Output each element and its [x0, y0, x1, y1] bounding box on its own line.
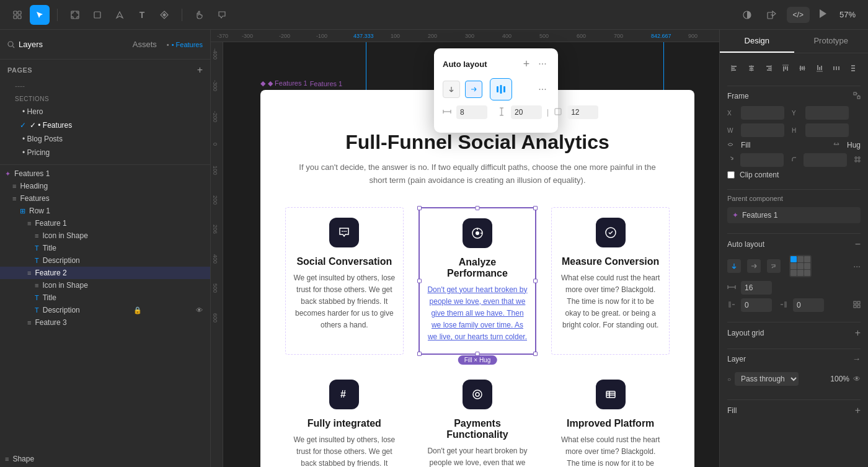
align-top-btn[interactable]: [778, 61, 792, 76]
page-pricing[interactable]: • Pricing: [7, 146, 203, 159]
svg-rect-56: [785, 66, 786, 69]
pen-tool-btn[interactable]: [110, 5, 130, 25]
feature-card-1[interactable]: Social Conversation We get insulted by o…: [285, 207, 404, 355]
page-divider[interactable]: ----: [7, 79, 203, 93]
comment-tool-btn[interactable]: [212, 5, 232, 25]
layer-features-group[interactable]: ≡ Features: [0, 192, 210, 205]
add-fill-btn[interactable]: +: [855, 405, 861, 416]
al-grid-mc[interactable]: [797, 263, 804, 269]
frame-resize-btn[interactable]: [853, 91, 861, 101]
layer-title1[interactable]: T Title: [0, 242, 210, 254]
fill-dropdown[interactable]: Fill: [741, 141, 750, 149]
al-expand-btn[interactable]: [853, 301, 861, 310]
popup-more-btn[interactable]: ···: [536, 57, 549, 71]
visibility-toggle-btn[interactable]: 👁: [853, 375, 861, 383]
zoom-level-btn[interactable]: 57%: [835, 7, 861, 22]
al-pad-right-input[interactable]: 0: [793, 298, 824, 312]
component-tool-btn[interactable]: [154, 5, 174, 25]
h-input[interactable]: 206: [805, 123, 849, 137]
page-features[interactable]: ✓ ✓ • Features: [7, 118, 203, 132]
theme-toggle-btn[interactable]: [737, 5, 757, 25]
align-bottom-btn[interactable]: [812, 61, 826, 76]
layer-desc1[interactable]: T Description: [0, 254, 210, 267]
clip-content-checkbox[interactable]: [727, 171, 735, 179]
align-center-h-btn[interactable]: [744, 61, 758, 76]
al-grid-bc[interactable]: [797, 270, 804, 276]
direction-right-btn[interactable]: [465, 81, 482, 98]
share-btn[interactable]: [762, 5, 782, 25]
frame-tool-btn[interactable]: [65, 5, 85, 25]
feature-card-4[interactable]: # Fully integrated We get insulted by ot…: [285, 370, 404, 467]
layer-desc2[interactable]: T Description 🔒 👁: [0, 304, 210, 316]
page-hero[interactable]: • Hero: [7, 105, 203, 118]
distribute-h-btn[interactable]: [829, 61, 843, 76]
popup-add-btn[interactable]: +: [520, 57, 533, 71]
distribute-v-btn[interactable]: [846, 61, 861, 76]
code-view-btn[interactable]: </>: [787, 7, 810, 23]
align-left-btn[interactable]: [727, 61, 742, 76]
layer-row1[interactable]: ⊞ Row 1: [0, 205, 210, 217]
pad-input[interactable]: 12: [567, 105, 598, 119]
parent-comp-row[interactable]: ✦ Features 1: [727, 207, 861, 223]
al-spacing-input[interactable]: 16: [741, 281, 772, 295]
x-input[interactable]: 437.33: [741, 106, 784, 120]
popup-align-more[interactable]: ···: [536, 82, 549, 96]
individual-corners-btn[interactable]: [854, 156, 861, 164]
align-icon-active[interactable]: [490, 78, 512, 100]
layer-icon-in-shape2[interactable]: ≡ Icon in Shape: [0, 279, 210, 291]
align-center-v-btn[interactable]: [795, 61, 810, 76]
features-frame[interactable]: CO-WORKING Full-Funnel Social Analytics …: [260, 90, 694, 467]
al-grid-bl[interactable]: [790, 270, 797, 276]
al-grid-tl[interactable]: [790, 256, 797, 262]
layer-shape[interactable]: ≡ Shape: [0, 453, 210, 465]
layer-feature3[interactable]: ≡ Feature 3: [0, 316, 210, 329]
al-wrap-btn[interactable]: [767, 259, 781, 273]
al-grid-mr[interactable]: [804, 263, 810, 269]
tab-design[interactable]: Design: [720, 30, 794, 53]
add-page-btn[interactable]: +: [197, 64, 203, 76]
feature-card-3[interactable]: Measure Conversion What else could rust …: [551, 207, 670, 355]
hug-dropdown[interactable]: Hug: [847, 141, 861, 149]
al-grid-br[interactable]: [804, 270, 810, 276]
al-remove-btn[interactable]: −: [855, 239, 861, 250]
rotation-input[interactable]: 0°: [740, 153, 784, 167]
align-right-btn[interactable]: [761, 61, 776, 76]
gap-v-input[interactable]: 20: [511, 105, 542, 119]
blend-mode-select[interactable]: Pass through: [735, 372, 799, 386]
w-input[interactable]: 405.33: [741, 123, 784, 137]
layer-heading[interactable]: ≡ Heading: [0, 180, 210, 192]
hand-tool-btn[interactable]: [190, 5, 210, 25]
layer-feature2[interactable]: ≡ Feature 2: [0, 267, 210, 279]
layer-title2[interactable]: T Title: [0, 291, 210, 304]
canvas-area[interactable]: -370 -300 -200 -100 437.333 100 200 300 …: [211, 30, 719, 467]
text-tool-btn[interactable]: T: [132, 5, 152, 25]
al-grid-tr[interactable]: [804, 256, 810, 262]
direction-down-btn[interactable]: [443, 81, 460, 98]
layer-arrow-btn[interactable]: →: [852, 354, 861, 363]
feature-card-5[interactable]: Payments Functionality Don't get your he…: [418, 370, 537, 467]
corner-radius-input[interactable]: 0: [804, 153, 847, 167]
gap-h-input[interactable]: 8: [456, 105, 487, 119]
grid-tool-btn[interactable]: [7, 5, 27, 25]
feature-card-2[interactable]: Analyze Performance Don't get your heart…: [418, 207, 537, 355]
shape-tool-btn[interactable]: [87, 5, 107, 25]
y-input[interactable]: 0: [805, 106, 849, 120]
al-dir-down-btn[interactable]: [727, 259, 741, 273]
layer-feature1[interactable]: ≡ Feature 1: [0, 217, 210, 229]
select-tool-btn[interactable]: [30, 5, 50, 25]
page-blog-posts[interactable]: • Blog Posts: [7, 132, 203, 146]
al-dir-right-btn[interactable]: [747, 259, 761, 273]
feature-card-6[interactable]: Improved Platform What else could rust t…: [551, 370, 670, 467]
play-btn[interactable]: [815, 6, 830, 23]
tab-layers[interactable]: Layers: [19, 37, 43, 51]
feature-title-6: Improved Platform: [559, 418, 662, 429]
tab-prototype[interactable]: Prototype: [794, 30, 869, 53]
al-pad-left-input[interactable]: 0: [741, 298, 772, 312]
tab-assets[interactable]: Assets: [133, 37, 157, 51]
layer-icon-in-shape[interactable]: ≡ Icon in Shape: [0, 229, 210, 242]
add-layout-grid-btn[interactable]: +: [855, 327, 861, 339]
al-grid-tc[interactable]: [797, 256, 804, 262]
layer-features1[interactable]: ✦ Features 1: [0, 167, 210, 180]
al-more-btn[interactable]: ···: [853, 261, 861, 271]
al-grid-ml[interactable]: [790, 263, 797, 269]
